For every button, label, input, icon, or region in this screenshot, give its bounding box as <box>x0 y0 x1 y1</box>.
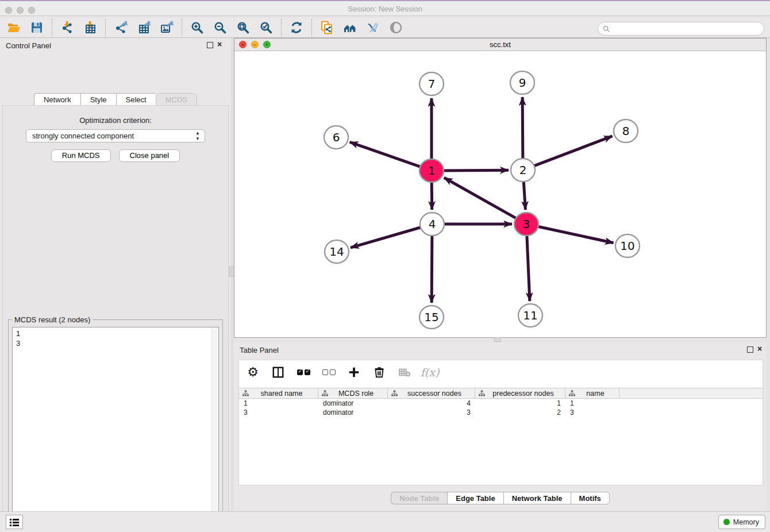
graph-edge-2-9[interactable] <box>522 97 523 160</box>
table-cell[interactable]: 3 <box>239 408 318 417</box>
control-panel-float-icon[interactable] <box>207 42 213 48</box>
column-header-name[interactable]: name <box>565 388 619 398</box>
task-list-icon <box>9 518 20 527</box>
mcds-result-area[interactable]: 13 <box>12 327 219 532</box>
graph-edge-1-4[interactable] <box>432 181 432 210</box>
table-row[interactable]: 1dominator411 <box>239 399 763 408</box>
first-neighbors-icon[interactable] <box>342 20 357 35</box>
select-stepper-icon: ▲▼ <box>195 130 200 142</box>
import-network-icon[interactable] <box>60 20 75 35</box>
node-label: 11 <box>523 309 537 322</box>
tab-mcds[interactable]: MCDS <box>156 93 197 106</box>
node-label: 7 <box>428 77 436 91</box>
hide-selected-icon[interactable] <box>365 20 380 35</box>
graph-edge-3-10[interactable] <box>537 226 614 243</box>
zoom-in-icon[interactable] <box>190 20 205 35</box>
column-header-shared-name[interactable]: shared name <box>239 388 318 398</box>
table-panel-close-icon[interactable]: × <box>757 344 762 353</box>
memory-label: Memory <box>733 518 759 526</box>
graph-edge-3-11[interactable] <box>527 234 530 301</box>
graph-node-2[interactable]: 2 <box>511 159 535 182</box>
apply-layout-icon[interactable] <box>289 20 304 35</box>
table-cell[interactable]: 2 <box>475 408 565 417</box>
column-header-predecessor-nodes[interactable]: predecessor nodes <box>475 388 565 398</box>
graph-node-3[interactable]: 3 <box>514 213 538 236</box>
graph-node-6[interactable]: 6 <box>324 126 348 149</box>
graph-node-7[interactable]: 7 <box>419 72 444 95</box>
zoom-fit-icon[interactable] <box>236 20 251 35</box>
task-history-button[interactable] <box>6 515 23 529</box>
network-graph: 7968124314101511 <box>234 51 766 337</box>
node-label: 1 <box>428 164 436 178</box>
table-cell[interactable]: dominator <box>318 399 388 408</box>
table-cell[interactable]: 1 <box>475 399 565 408</box>
zoom-selected-icon[interactable] <box>259 20 274 35</box>
graph-node-1[interactable]: 1 <box>419 159 444 182</box>
table-cell[interactable]: 3 <box>388 408 475 417</box>
table-cell[interactable]: 4 <box>388 399 475 408</box>
open-file-icon[interactable] <box>6 20 21 35</box>
import-table-icon[interactable] <box>83 20 98 35</box>
vertical-splitter[interactable] <box>231 38 233 509</box>
graph-edge-4-15[interactable] <box>432 234 432 303</box>
graph-node-15[interactable]: 15 <box>419 306 444 329</box>
graph-node-4[interactable]: 4 <box>420 213 444 236</box>
network-view-window: × − + scc.txt 7968124314101511 <box>234 38 767 338</box>
graph-node-9[interactable]: 9 <box>510 71 534 94</box>
tab-network[interactable]: Network <box>34 93 80 106</box>
search-input[interactable] <box>610 24 764 34</box>
graph-edge-2-3[interactable] <box>523 180 525 210</box>
save-session-icon[interactable] <box>29 20 44 35</box>
tab-select[interactable]: Select <box>116 93 156 106</box>
node-label: 3 <box>523 217 530 231</box>
table-settings-icon[interactable]: ⚙ <box>246 365 260 379</box>
control-panel-close-icon[interactable]: × <box>217 40 222 49</box>
table-cell[interactable]: 1 <box>239 399 318 408</box>
table-cell[interactable]: dominator <box>318 408 388 417</box>
zoom-out-icon[interactable] <box>213 20 228 35</box>
show-all-icon[interactable] <box>388 20 403 35</box>
memory-button[interactable]: Memory <box>718 515 765 529</box>
export-image-icon[interactable] <box>159 20 174 35</box>
new-network-from-selection-icon[interactable] <box>319 20 334 35</box>
run-mcds-button[interactable]: Run MCDS <box>51 149 111 162</box>
graph-node-14[interactable]: 14 <box>325 240 349 263</box>
result-scrollbar[interactable] <box>211 328 218 532</box>
show-columns-icon[interactable] <box>271 365 285 379</box>
table-row[interactable]: 3dominator323 <box>239 408 763 417</box>
graph-edge-2-8[interactable] <box>533 136 613 167</box>
export-network-icon[interactable] <box>113 20 128 35</box>
graph-edge-1-2[interactable] <box>442 170 509 171</box>
graph-edge-3-1[interactable] <box>444 178 518 219</box>
table-toolbar: ⚙f(x) <box>239 360 763 384</box>
criterion-select[interactable]: strongly connected component ▲▼ <box>26 129 205 142</box>
table-cell[interactable]: 1 <box>565 399 619 408</box>
graph-node-10[interactable]: 10 <box>615 234 640 257</box>
table-panel-title: Table Panel <box>240 346 279 354</box>
toolbar-separator <box>311 19 312 36</box>
select-all-columns-icon[interactable] <box>297 365 310 379</box>
table-cell[interactable]: 3 <box>565 408 619 417</box>
delete-column-icon[interactable] <box>372 365 386 379</box>
tab-node-table[interactable]: Node Table <box>391 492 447 504</box>
tab-style[interactable]: Style <box>80 93 116 106</box>
horizontal-splitter[interactable] <box>494 337 501 342</box>
column-header-successor-nodes[interactable]: successor nodes <box>388 388 475 398</box>
search-field[interactable] <box>598 22 764 36</box>
export-table-icon[interactable] <box>136 20 151 35</box>
toolbar-separator <box>52 19 52 36</box>
close-panel-button[interactable]: Close panel <box>119 149 180 162</box>
table-panel-float-icon[interactable] <box>747 346 753 353</box>
tab-motifs[interactable]: Motifs <box>571 492 610 504</box>
create-column-icon[interactable] <box>347 365 361 379</box>
graph-node-11[interactable]: 11 <box>518 304 542 327</box>
column-header-MCDS-role[interactable]: MCDS role <box>318 388 388 398</box>
tab-network-table[interactable]: Network Table <box>503 492 571 504</box>
graph-edge-1-6[interactable] <box>350 142 422 167</box>
tab-edge-table[interactable]: Edge Table <box>447 492 503 504</box>
unselect-all-columns-icon[interactable] <box>322 365 336 379</box>
network-canvas[interactable]: 7968124314101511 <box>234 51 766 337</box>
node-label: 4 <box>429 217 436 231</box>
graph-edge-4-14[interactable] <box>351 227 422 248</box>
graph-node-8[interactable]: 8 <box>614 119 638 142</box>
